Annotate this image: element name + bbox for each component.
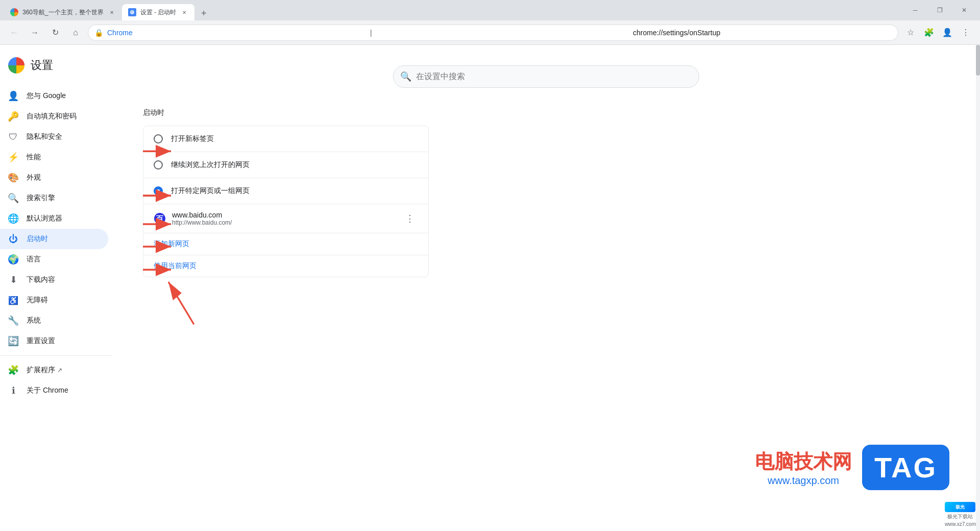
bookmark-button[interactable]: ☆ — [902, 25, 919, 41]
sidebar-item-reset[interactable]: 🔄 重置设置 — [0, 331, 108, 351]
extensions-sidebar-icon: 🧩 — [8, 365, 18, 375]
address-separator: | — [370, 29, 629, 37]
watermark-container: 电脑技术网 www.tagxp.com TAG — [755, 445, 949, 490]
title-bar: 360导航_一个主页，整个世界 ✕ 设置 - 启动时 ✕ + ─ ❐ ✕ — [0, 0, 980, 20]
website-entry-baidu: 百 www.baidu.com http://www.baidu.com/ ⋮ — [143, 204, 428, 233]
sidebar-item-extensions[interactable]: 🧩 扩展程序 ↗ — [0, 360, 108, 380]
sidebar-item-performance[interactable]: ⚡ 性能 — [0, 147, 108, 167]
sidebar-label-autofill: 自动填充和密码 — [27, 112, 77, 121]
sidebar-item-language[interactable]: 🌍 语言 — [0, 249, 108, 270]
tab-settings[interactable]: 设置 - 启动时 ✕ — [122, 4, 195, 20]
content-area: 🔍 启动时 打开新标签页 — [112, 45, 980, 298]
address-chrome-label: Chrome — [107, 29, 366, 37]
bottom-watermarks: 极光 极光下载站 www.xz7.com — [945, 502, 976, 527]
tab-360[interactable]: 360导航_一个主页，整个世界 ✕ — [4, 4, 122, 20]
watermark-left-block: 电脑技术网 www.tagxp.com — [755, 449, 852, 487]
sidebar-item-downloads[interactable]: ⬇ 下载内容 — [0, 270, 108, 290]
radio-continue[interactable] — [154, 160, 163, 170]
tab-360-close[interactable]: ✕ — [108, 8, 116, 16]
language-icon: 🌍 — [8, 254, 18, 264]
radio-specific[interactable] — [154, 186, 163, 196]
nav-action-buttons: ☆ 🧩 👤 ⋮ — [902, 25, 974, 41]
extensions-label-group: 扩展程序 ↗ — [27, 366, 62, 375]
scrollbar[interactable] — [976, 45, 980, 531]
forward-button[interactable]: → — [27, 25, 43, 41]
scrollbar-thumb[interactable] — [976, 45, 980, 76]
baidu-info: www.baidu.com http://www.baidu.com/ — [172, 211, 396, 226]
sidebar-item-system[interactable]: 🔧 系统 — [0, 310, 108, 331]
use-current-page-link[interactable]: 使用当前网页 — [154, 261, 197, 271]
search-engine-icon: 🔍 — [8, 193, 18, 203]
restore-button[interactable]: ❐ — [928, 2, 951, 18]
reset-icon: 🔄 — [8, 336, 18, 346]
website-more-button[interactable]: ⋮ — [402, 210, 418, 227]
sidebar-label-language: 语言 — [27, 255, 41, 264]
baidu-url: http://www.baidu.com/ — [172, 219, 396, 226]
startup-options-card: 打开新标签页 继续浏览上次打开的网页 打开特定网页或一组网页 — [143, 126, 429, 277]
downloads-icon: ⬇ — [8, 275, 18, 285]
add-new-page-link[interactable]: 添加新网页 — [154, 239, 189, 249]
sidebar-item-autofill[interactable]: 🔑 自动填充和密码 — [0, 106, 108, 127]
reload-button[interactable]: ↻ — [47, 25, 63, 41]
sidebar-label-google: 您与 Google — [27, 91, 66, 101]
navigation-bar: ← → ↻ ⌂ 🔒 Chrome | chrome://settings/onS… — [0, 20, 980, 45]
accessibility-icon: ♿ — [8, 295, 18, 305]
minimize-button[interactable]: ─ — [903, 2, 927, 18]
extensions-button[interactable]: 🧩 — [921, 25, 937, 41]
watermark-site-url: www.tagxp.com — [768, 475, 839, 487]
use-current-links-container: 使用当前网页 — [143, 255, 428, 277]
google-icon: 👤 — [8, 91, 18, 101]
address-bar[interactable]: 🔒 Chrome | chrome://settings/onStartup — [88, 25, 898, 41]
sidebar-item-accessibility[interactable]: ♿ 无障碍 — [0, 290, 108, 310]
sidebar-label-system: 系统 — [27, 316, 41, 325]
jiguang-site-text: 极光下载站 — [947, 513, 973, 520]
startup-option-continue[interactable]: 继续浏览上次打开的网页 — [143, 152, 428, 178]
action-links-container: 添加新网页 — [143, 233, 428, 255]
svg-text:百: 百 — [156, 214, 164, 223]
back-button[interactable]: ← — [6, 25, 22, 41]
startup-option-newtab[interactable]: 打开新标签页 — [143, 126, 428, 152]
jiguang-logo-text: 极光 — [955, 504, 965, 511]
startup-section: 启动时 打开新标签页 继续浏览上次打开的网页 — [143, 108, 949, 277]
menu-button[interactable]: ⋮ — [958, 25, 974, 41]
startup-option-newtab-label: 打开新标签页 — [171, 134, 214, 143]
sidebar-item-appearance[interactable]: 🎨 外观 — [0, 167, 108, 188]
settings-search-input[interactable] — [393, 65, 699, 88]
tag-badge-text: TAG — [874, 451, 937, 484]
new-tab-button[interactable]: + — [197, 6, 211, 20]
tab-settings-title: 设置 - 启动时 — [140, 8, 177, 17]
home-button[interactable]: ⌂ — [67, 25, 84, 41]
sidebar-item-default-browser[interactable]: 🌐 默认浏览器 — [0, 208, 108, 229]
startup-option-specific-label: 打开特定网页或一组网页 — [171, 186, 250, 196]
external-link-icon: ↗ — [57, 367, 62, 374]
system-icon: 🔧 — [8, 316, 18, 326]
startup-icon: ⏻ — [8, 234, 18, 244]
sidebar-divider — [0, 355, 112, 356]
startup-option-specific[interactable]: 打开特定网页或一组网页 — [143, 178, 428, 204]
search-icon: 🔍 — [400, 71, 411, 82]
search-box-container: 🔍 — [393, 65, 699, 88]
sidebar-label-reset: 重置设置 — [27, 336, 55, 346]
chrome-logo-icon — [8, 57, 24, 74]
baidu-favicon: 百 — [154, 212, 166, 225]
radio-newtab[interactable] — [154, 134, 163, 143]
sidebar-item-startup[interactable]: ⏻ 启动时 — [0, 229, 108, 249]
svg-point-1 — [131, 12, 133, 13]
tab-favicon-settings — [128, 8, 136, 16]
profile-button[interactable]: 👤 — [939, 25, 955, 41]
sidebar-item-search[interactable]: 🔍 搜索引擎 — [0, 188, 108, 208]
sidebar-label-downloads: 下载内容 — [27, 275, 55, 284]
performance-icon: ⚡ — [8, 152, 18, 162]
close-button[interactable]: ✕ — [952, 2, 976, 18]
tab-settings-close[interactable]: ✕ — [180, 8, 188, 16]
sidebar-item-about[interactable]: ℹ 关于 Chrome — [0, 380, 108, 401]
tab-360-title: 360导航_一个主页，整个世界 — [22, 8, 104, 17]
sidebar-label-performance: 性能 — [27, 153, 41, 162]
sidebar-item-privacy[interactable]: 🛡 隐私和安全 — [0, 127, 108, 147]
sidebar-label-accessibility: 无障碍 — [27, 296, 48, 305]
tab-strip: 360导航_一个主页，整个世界 ✕ 设置 - 启动时 ✕ + — [4, 0, 800, 20]
sidebar-label-extensions: 扩展程序 — [27, 366, 55, 375]
sidebar-item-google[interactable]: 👤 您与 Google — [0, 86, 108, 106]
browser-window: 360导航_一个主页，整个世界 ✕ 设置 - 启动时 ✕ + ─ ❐ ✕ ← →… — [0, 0, 980, 531]
sidebar-label-search: 搜索引擎 — [27, 194, 55, 203]
